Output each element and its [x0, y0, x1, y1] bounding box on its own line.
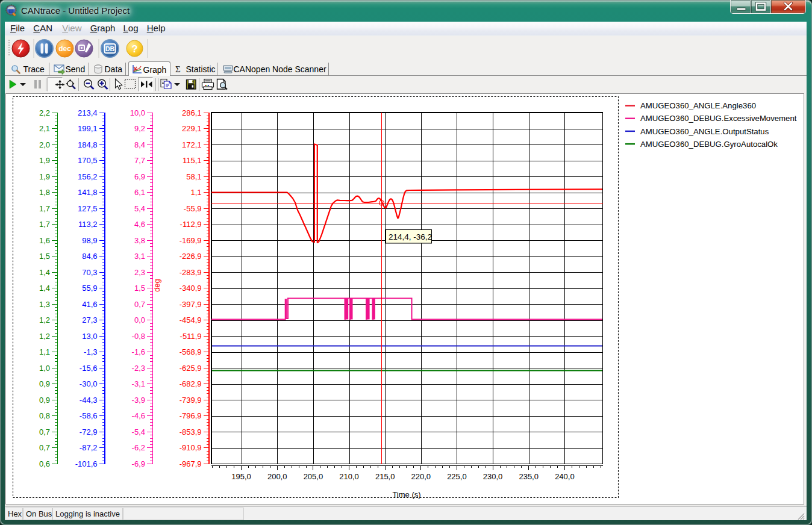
svg-text:dec: dec — [58, 45, 71, 53]
svg-text:Σ: Σ — [175, 64, 181, 73]
svg-text:DB: DB — [105, 45, 115, 52]
svg-text:?: ? — [131, 43, 137, 55]
